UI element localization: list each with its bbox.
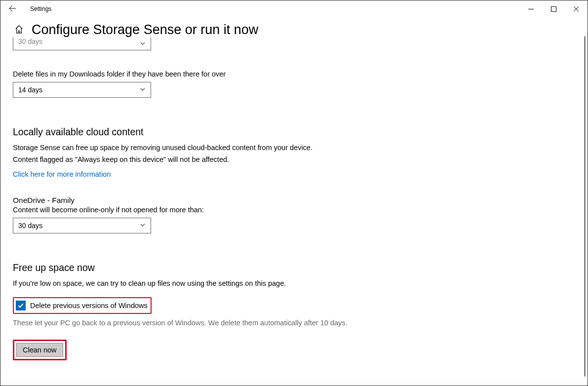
cloud-more-info-link[interactable]: Click here for more information [13, 170, 111, 178]
home-icon[interactable] [14, 25, 24, 36]
chevron-down-icon [140, 222, 146, 230]
back-icon[interactable] [5, 4, 19, 14]
titlebar-left: Settings [5, 4, 51, 14]
content: 30 days Delete files in my Downloads fol… [0, 38, 588, 370]
check-icon [17, 302, 24, 309]
page-title: Configure Storage Sense or run it now [32, 22, 258, 38]
onedrive-title: OneDrive - Family [13, 196, 575, 205]
clean-now-button[interactable]: Clean now [16, 343, 63, 357]
highlight-checkbox-area: Delete previous versions of Windows [13, 297, 152, 314]
freeup-note: These let your PC go back to a previous … [13, 319, 575, 327]
chevron-down-icon [140, 40, 146, 48]
downloads-days-dropdown[interactable]: 14 days [13, 82, 151, 98]
onedrive-desc: Content will become online-only if not o… [13, 206, 575, 214]
scrollbar-thumb[interactable] [584, 36, 586, 377]
page-header: Configure Storage Sense or run it now [0, 17, 588, 38]
freeup-desc: If you're low on space, we can try to cl… [13, 279, 575, 287]
delete-previous-versions-checkbox[interactable] [16, 301, 26, 310]
onedrive-days-dropdown[interactable]: 30 days [13, 218, 151, 233]
delete-previous-versions-label: Delete previous versions of Windows [30, 302, 149, 309]
downloads-label: Delete files in my Downloads folder if t… [13, 70, 575, 78]
app-name: Settings [30, 5, 51, 12]
svg-rect-0 [551, 6, 556, 11]
highlight-clean-button-area: Clean now [13, 340, 67, 360]
titlebar: Settings [0, 0, 588, 17]
downloads-days-value: 14 days [18, 86, 42, 94]
maximize-button[interactable] [542, 0, 565, 17]
window-controls [519, 0, 588, 17]
chevron-down-icon [140, 86, 146, 94]
cloud-heading: Locally available cloud content [13, 126, 575, 138]
cloud-desc-1: Storage Sense can free up space by remov… [13, 144, 575, 152]
delete-previous-versions-row[interactable]: Delete previous versions of Windows [15, 299, 150, 312]
scrollbar[interactable] [584, 19, 586, 384]
minimize-button[interactable] [519, 0, 542, 17]
close-button[interactable] [565, 0, 588, 17]
recycle-days-dropdown[interactable]: 30 days [13, 38, 151, 50]
cloud-desc-2: Content flagged as "Always keep on this … [13, 155, 575, 163]
freeup-heading: Free up space now [13, 262, 575, 273]
onedrive-days-value: 30 days [18, 222, 42, 230]
recycle-days-value: 30 days [18, 38, 42, 45]
